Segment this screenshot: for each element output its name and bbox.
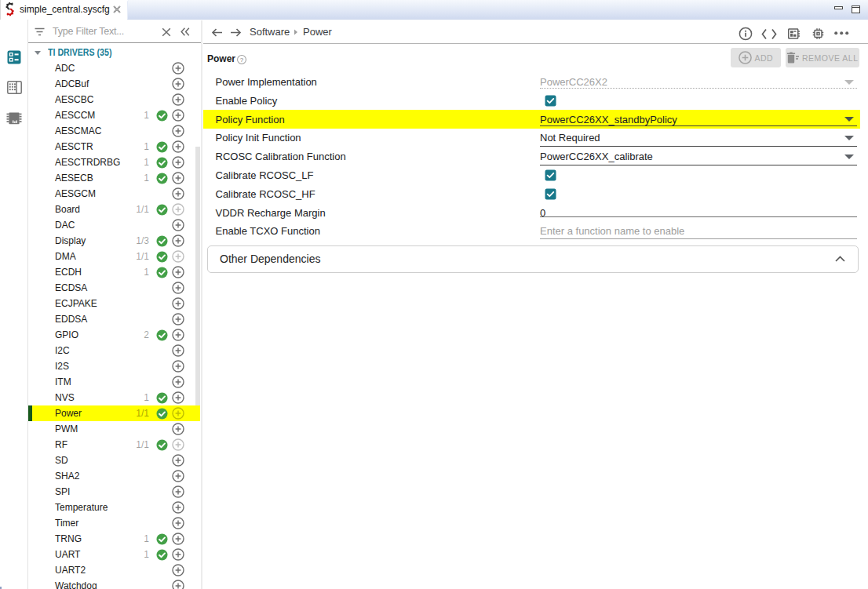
svg-text:?: ?	[239, 56, 243, 63]
